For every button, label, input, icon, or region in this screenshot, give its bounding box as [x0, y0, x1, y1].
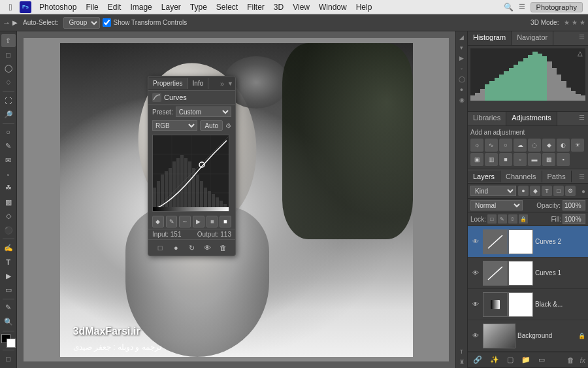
- preset-select[interactable]: Custom: [176, 107, 231, 117]
- histogram-menu-icon[interactable]: ☰: [576, 31, 588, 45]
- filter-shape-icon[interactable]: □: [553, 186, 564, 196]
- channel-select[interactable]: RGB: [152, 120, 197, 131]
- auto-select-dropdown[interactable]: Group: [63, 17, 100, 29]
- color-balance-adj-icon[interactable]: ◆: [542, 139, 555, 152]
- eye-icon-curves1[interactable]: 👁: [470, 268, 481, 278]
- link-layers-icon[interactable]: 🔗: [470, 356, 485, 364]
- curves-clip-highlight[interactable]: ◼: [220, 216, 231, 227]
- menu-layer[interactable]: Layer: [157, 1, 185, 13]
- menu-view[interactable]: View: [289, 1, 314, 13]
- selective-color-adj-icon[interactable]: ▪: [557, 153, 570, 166]
- filter-pixel-icon[interactable]: ●: [518, 186, 529, 196]
- gradient-map-adj-icon[interactable]: ▩: [542, 153, 555, 166]
- blur-tool[interactable]: ◇: [1, 210, 16, 223]
- menu-window[interactable]: Window: [315, 1, 351, 13]
- curves-graph[interactable]: [152, 135, 229, 212]
- filter-toggle[interactable]: ●: [581, 188, 585, 195]
- tab-channels[interactable]: Channels: [500, 171, 542, 182]
- menu-photoshop[interactable]: Photoshop: [35, 1, 80, 13]
- blend-mode-select[interactable]: Normal: [470, 200, 523, 210]
- vert-btn-9[interactable]: ♜: [457, 358, 466, 367]
- gradient-tool[interactable]: ▩: [1, 195, 16, 209]
- curves-pencil-tool[interactable]: ✎: [166, 216, 178, 227]
- layer-row-curves1[interactable]: 👁 Curves 1: [468, 258, 588, 289]
- path-selection-tool[interactable]: ▶: [1, 269, 16, 282]
- eye-icon-bw[interactable]: 👁: [470, 299, 481, 310]
- expand-icon[interactable]: »: [217, 80, 227, 88]
- curves-adj-icon[interactable]: ∿: [485, 139, 498, 152]
- workspace-button[interactable]: Photography: [531, 2, 583, 12]
- photo-filter-adj-icon[interactable]: ☀: [571, 139, 584, 152]
- info-tab[interactable]: Info: [188, 78, 209, 89]
- type-tool[interactable]: T: [1, 256, 16, 269]
- auto-button[interactable]: Auto: [200, 120, 223, 131]
- add-style-icon[interactable]: ✨: [487, 356, 502, 364]
- layer-row-curves2[interactable]: 👁 Curves 2: [468, 226, 588, 258]
- hsl-adj-icon[interactable]: ◌: [528, 139, 541, 152]
- vert-btn-2[interactable]: ▾: [457, 43, 466, 52]
- curves-clip-shadow[interactable]: ◼: [206, 216, 218, 227]
- exposure-adj-icon[interactable]: ○: [499, 139, 512, 152]
- vert-btn-4[interactable]: ◦: [457, 64, 466, 73]
- vert-btn-8[interactable]: T: [457, 347, 466, 356]
- apple-menu[interactable]: : [5, 2, 16, 12]
- lock-position-icon[interactable]: ⇧: [508, 214, 517, 224]
- lock-all-icon[interactable]: 🔒: [519, 214, 528, 224]
- delete-layer-icon[interactable]: 🗑: [564, 356, 577, 364]
- background-color[interactable]: [7, 339, 16, 348]
- menu-help[interactable]: Help: [352, 1, 376, 13]
- search-icon[interactable]: 🔍: [504, 3, 514, 12]
- menu-file[interactable]: File: [82, 1, 102, 13]
- tab-histogram[interactable]: Histogram: [468, 31, 512, 45]
- bw-adj-icon[interactable]: ◐: [557, 139, 570, 152]
- zoom-tool[interactable]: 🔍: [1, 315, 16, 328]
- channel-mixer-adj-icon[interactable]: ▣: [470, 153, 483, 166]
- new-layer-icon[interactable]: ▭: [536, 356, 547, 364]
- canvas-container[interactable]: 3dMaxFarsi.ir ترجمه و دوبله : جعفر صیدی: [24, 38, 449, 361]
- layers-menu-icon[interactable]: ☰: [576, 171, 588, 182]
- menu-3d[interactable]: 3D: [270, 1, 287, 13]
- dodge-tool[interactable]: ⚫: [1, 224, 16, 237]
- curves-reset-tool[interactable]: ▶: [193, 216, 204, 227]
- layer-row-background[interactable]: 👁 Background 🔒: [468, 320, 588, 352]
- add-group-icon[interactable]: 📁: [519, 356, 533, 364]
- close-icon[interactable]: ▼: [227, 80, 235, 87]
- tab-navigator[interactable]: Navigator: [512, 31, 553, 45]
- posterize-adj-icon[interactable]: ▫: [514, 153, 527, 166]
- lasso-tool[interactable]: ◯: [1, 62, 16, 75]
- vert-btn-1[interactable]: ◢: [457, 33, 466, 42]
- vert-btn-6[interactable]: ●: [457, 85, 466, 94]
- marquee-tool[interactable]: □: [1, 48, 16, 61]
- curves-point-tool[interactable]: ◆: [152, 216, 164, 227]
- history-brush-tool[interactable]: ◦: [1, 167, 16, 180]
- vert-btn-3[interactable]: ▶: [457, 54, 466, 63]
- delete-icon[interactable]: 🗑: [218, 242, 229, 254]
- menu-filter[interactable]: Filter: [243, 1, 269, 13]
- menu-edit[interactable]: Edit: [104, 1, 125, 13]
- clone-stamp-tool[interactable]: ✉: [1, 154, 16, 167]
- lock-transparency-icon[interactable]: □: [487, 214, 497, 224]
- vert-btn-7[interactable]: ◉: [457, 95, 466, 105]
- tab-adjustments[interactable]: Adjustments: [506, 112, 557, 125]
- invert-adj-icon[interactable]: ■: [499, 153, 512, 166]
- color-swatches[interactable]: [1, 334, 16, 347]
- vibrance-adj-icon[interactable]: ☁: [514, 139, 527, 152]
- reset-icon[interactable]: ↻: [186, 242, 197, 254]
- crop-tool[interactable]: ⛶: [1, 93, 16, 107]
- tab-layers[interactable]: Layers: [468, 171, 500, 182]
- menu-select[interactable]: Select: [212, 1, 242, 13]
- shape-tool[interactable]: ▭: [1, 283, 16, 296]
- tab-paths[interactable]: Paths: [542, 171, 572, 182]
- adjustments-menu-icon[interactable]: ☰: [576, 112, 588, 125]
- visibility-icon[interactable]: 👁: [202, 242, 214, 254]
- threshold-adj-icon[interactable]: ▬: [528, 153, 541, 166]
- eraser-tool[interactable]: ☘: [1, 182, 16, 195]
- properties-tab[interactable]: Properties: [148, 78, 188, 89]
- filter-smart-icon[interactable]: ⚙: [565, 186, 576, 196]
- fill-input[interactable]: [563, 214, 585, 224]
- tab-libraries[interactable]: Libraries: [468, 112, 506, 125]
- curves-smooth-tool[interactable]: ∼: [179, 216, 191, 227]
- color-lookup-adj-icon[interactable]: ▥: [485, 153, 498, 166]
- show-transform-label[interactable]: Show Transform Controls: [103, 18, 187, 27]
- options-icon[interactable]: ⚙: [225, 122, 231, 129]
